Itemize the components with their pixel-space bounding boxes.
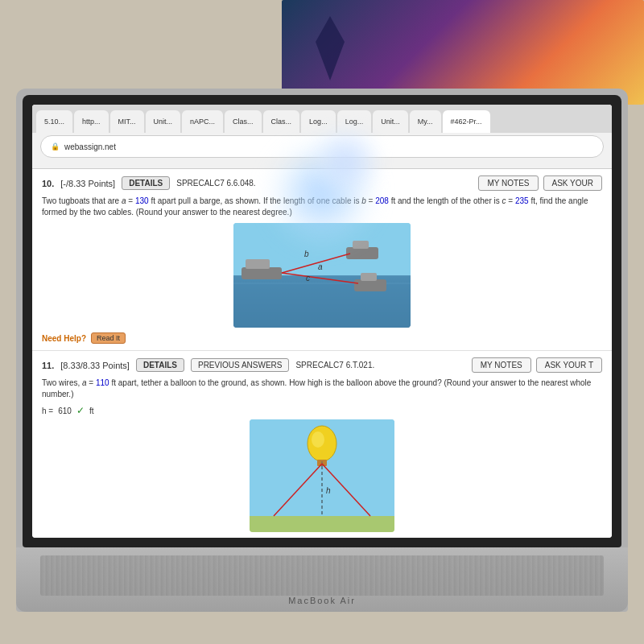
tab-log2[interactable]: Log... — [337, 110, 372, 133]
question-10-info: 10. [-/8.33 Points] DETAILS SPRECALC7 6.… — [42, 176, 256, 190]
svg-rect-9 — [361, 273, 377, 281]
need-help-10: Need Help? Read It — [42, 332, 602, 344]
my-notes-button-10[interactable]: MY NOTES — [478, 175, 538, 191]
tab-unit2[interactable]: Unit... — [373, 110, 408, 133]
svg-rect-7 — [353, 241, 369, 249]
balloon-diagram-svg: h — [250, 419, 394, 532]
svg-text:h: h — [326, 486, 331, 495]
question-11-text: Two wires, a = 110 ft apart, tether a ba… — [42, 378, 602, 400]
browser-tabs: 5.10... http... MIT... Unit... nAPC... C… — [32, 105, 612, 133]
laptop-brand: MacBook Air — [288, 596, 356, 605]
details-button-11[interactable]: DETAILS — [136, 358, 184, 372]
tab-clas2[interactable]: Clas... — [263, 110, 300, 133]
svg-point-18 — [312, 431, 324, 448]
browser-chrome: 5.10... http... MIT... Unit... nAPC... C… — [32, 105, 612, 169]
details-button-10[interactable]: DETAILS — [122, 176, 170, 190]
question-10-header: 10. [-/8.33 Points] DETAILS SPRECALC7 6.… — [42, 175, 602, 191]
question-11-number: 11. — [42, 361, 54, 370]
question-11-image: h — [250, 419, 394, 532]
address-bar[interactable]: 🔒 webassign.net — [40, 135, 604, 158]
tab-http[interactable]: http... — [74, 110, 109, 133]
check-mark-11: ✓ — [76, 405, 85, 416]
previous-answers-button-11[interactable]: PREVIOUS ANSWERS — [191, 358, 289, 372]
question-11-block: 11. [8.33/8.33 Points] DETAILS PREVIOUS … — [32, 351, 612, 538]
page-content: 10. [-/8.33 Points] DETAILS SPRECALC7 6.… — [32, 169, 612, 538]
answer-value-11: 610 — [58, 407, 72, 415]
question-10-actions: MY NOTES ASK YOUR — [478, 175, 602, 191]
answer-unit-11: ft — [89, 407, 94, 415]
svg-rect-6 — [346, 247, 378, 259]
question-11-points: [8.33/8.33 Points] — [60, 361, 130, 370]
ask-your-button-11[interactable]: ASK YOUR T — [536, 357, 602, 373]
question-10-points: [-/8.33 Points] — [60, 179, 115, 188]
svg-text:b: b — [304, 250, 309, 258]
question-11-header: 11. [8.33/8.33 Points] DETAILS PREVIOUS … — [42, 357, 602, 373]
my-notes-button-11[interactable]: MY NOTES — [472, 357, 531, 373]
laptop-shell: 5.10... http... MIT... Unit... nAPC... C… — [16, 89, 628, 612]
question-11-code: SPRECALC7 6.T.021. — [295, 361, 374, 369]
svg-rect-4 — [242, 267, 282, 279]
read-it-button-10[interactable]: Read It — [91, 332, 126, 344]
tab-apc[interactable]: nAPC... — [182, 110, 223, 133]
lock-icon: 🔒 — [51, 142, 60, 151]
url-text: webassign.net — [64, 142, 116, 151]
tab-my[interactable]: My... — [410, 110, 441, 133]
laptop-keyboard: MacBook Air — [16, 547, 628, 612]
svg-rect-5 — [246, 259, 270, 269]
keyboard-keys — [40, 555, 604, 596]
question-10-block: 10. [-/8.33 Points] DETAILS SPRECALC7 6.… — [32, 169, 612, 351]
question-10-image: b a c — [233, 223, 411, 328]
tab-log1[interactable]: Log... — [301, 110, 336, 133]
ask-your-button-10[interactable]: ASK YOUR — [543, 175, 603, 191]
svg-rect-8 — [354, 279, 386, 291]
question-10-text: Two tugboats that are a = 130 ft apart p… — [42, 196, 602, 218]
tab-462[interactable]: #462-Pr... — [443, 110, 490, 133]
svg-text:a: a — [318, 262, 323, 271]
answer-row-11: h = 610 ✓ ft — [42, 405, 602, 416]
tab-mit[interactable]: MIT... — [110, 110, 144, 133]
tab-unit[interactable]: Unit... — [146, 110, 181, 133]
svg-rect-16 — [250, 516, 394, 532]
question-11-info: 11. [8.33/8.33 Points] DETAILS PREVIOUS … — [42, 358, 374, 372]
answer-label-11: h = — [42, 407, 53, 415]
tugboat-diagram-svg: b a c — [233, 223, 411, 328]
question-10-code: SPRECALC7 6.6.048. — [176, 179, 255, 188]
laptop-bezel: 5.10... http... MIT... Unit... nAPC... C… — [23, 95, 621, 547]
question-10-number: 10. — [42, 179, 54, 188]
tab-510[interactable]: 5.10... — [36, 110, 72, 133]
question-11-actions: MY NOTES ASK YOUR T — [472, 357, 602, 373]
tab-clas1[interactable]: Clas... — [225, 110, 262, 133]
laptop-screen: 5.10... http... MIT... Unit... nAPC... C… — [32, 105, 612, 538]
svg-text:c: c — [306, 274, 310, 283]
